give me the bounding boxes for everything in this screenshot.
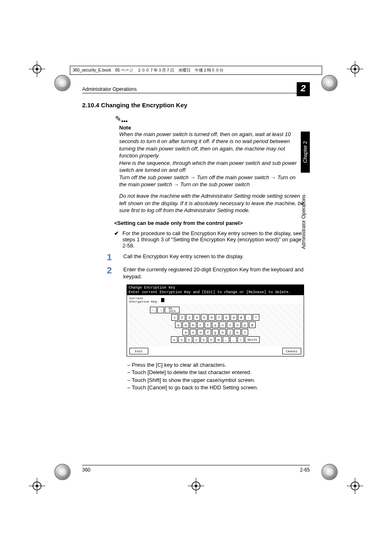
- key-d[interactable]: d: [197, 329, 204, 335]
- key-n[interactable]: n: [208, 336, 214, 343]
- key-@[interactable]: @: [249, 321, 256, 328]
- key-a[interactable]: a: [182, 329, 189, 335]
- key-o[interactable]: o: [234, 321, 241, 328]
- key-,[interactable]: ,: [223, 336, 229, 343]
- key-c[interactable]: c: [186, 336, 192, 343]
- panel-title: Change Encryption Key Enter current Encr…: [127, 285, 304, 296]
- crop-mark-top-left: [29, 61, 45, 77]
- cancel-button[interactable]: Cancel: [282, 348, 301, 354]
- svg-point-19: [195, 485, 197, 487]
- check-paragraph: ✔ For the procedure to call the Encrypti…: [114, 230, 304, 249]
- step-text: Call the Encryption Key entry screen to …: [123, 253, 304, 262]
- step-1: 1 Call the Encryption Key entry screen t…: [82, 253, 304, 262]
- dash-list: – Press the [C] key to clear all charact…: [127, 361, 304, 391]
- key-v[interactable]: v: [193, 336, 200, 343]
- crop-mark-bottom-left: [29, 478, 45, 494]
- rule: [82, 93, 304, 93]
- key-i[interactable]: i: [227, 321, 233, 328]
- step-number: 2: [107, 266, 123, 280]
- encryption-key-panel: Change Encryption Key Enter current Encr…: [127, 284, 304, 357]
- key-2[interactable]: 2: [179, 314, 185, 321]
- key-8[interactable]: 8: [223, 314, 230, 321]
- key-row-3: asdfghjkl: [129, 329, 301, 335]
- key-l[interactable]: l: [242, 329, 248, 335]
- check-icon: ✔: [114, 230, 122, 249]
- step-text: Enter the currently registered 20-digit …: [123, 266, 304, 280]
- key-b[interactable]: b: [201, 336, 207, 343]
- nav-right-key[interactable]: →: [157, 307, 164, 313]
- note-para: Turn off the sub power switch → Turn off…: [119, 174, 304, 188]
- key-t[interactable]: t: [205, 321, 211, 328]
- section-heading: 2.10.4 Changing the Encryption Key: [82, 102, 304, 109]
- wheel-icon: [54, 464, 71, 480]
- crop-mark-top-right: [347, 61, 363, 77]
- key-5[interactable]: 5: [201, 314, 208, 321]
- key-k[interactable]: k: [234, 329, 241, 335]
- svg-point-7: [354, 68, 356, 70]
- svg-point-15: [354, 485, 356, 487]
- note-icon: ✎•••: [115, 114, 304, 125]
- crop-mark-bottom-center: [188, 478, 204, 494]
- key-.[interactable]: .: [230, 336, 237, 343]
- key-6[interactable]: 6: [208, 314, 215, 321]
- wheel-icon: [321, 464, 338, 480]
- wheel-icon: [321, 75, 338, 91]
- key-e[interactable]: e: [190, 321, 196, 328]
- cursor-icon: [161, 298, 164, 302]
- delete-key[interactable]: De- lete: [165, 307, 180, 313]
- key-r[interactable]: r: [197, 321, 204, 328]
- note-para: Here is the sequence, through which the …: [119, 160, 304, 174]
- footer-left: 360: [82, 467, 90, 473]
- nav-left-key[interactable]: ←: [150, 307, 157, 313]
- key-p[interactable]: p: [242, 321, 248, 328]
- key-x[interactable]: x: [178, 336, 185, 343]
- key-h[interactable]: h: [219, 329, 226, 335]
- key-s[interactable]: s: [190, 329, 196, 335]
- key-3[interactable]: 3: [186, 314, 193, 321]
- field-label: Current Encryption Key: [129, 297, 157, 303]
- key--[interactable]: -: [245, 314, 252, 321]
- dash-item: – Press the [C] key to clear all charact…: [127, 361, 304, 369]
- step-2: 2 Enter the currently registered 20-digi…: [82, 266, 304, 280]
- page-content: Administrator Operations 2.10.4 Changing…: [82, 86, 304, 391]
- check-text: For the procedure to call the Encryption…: [122, 230, 304, 249]
- running-head: Administrator Operations: [82, 86, 304, 92]
- crop-mark-bottom-right: [347, 478, 363, 494]
- page-footer: 360 2-65: [82, 465, 310, 473]
- key-7[interactable]: 7: [216, 314, 222, 321]
- key-9[interactable]: 9: [231, 314, 237, 321]
- key-m[interactable]: m: [215, 336, 222, 343]
- key-row-1: 1234567890-^: [129, 314, 301, 321]
- panel-field: Current Encryption Key: [127, 295, 304, 304]
- key-f[interactable]: f: [205, 329, 211, 335]
- svg-point-11: [36, 485, 38, 487]
- key-j[interactable]: j: [227, 329, 233, 335]
- key-row-4: zxcvbnm,./Shift: [129, 336, 301, 343]
- note-para: When the main power switch is turned off…: [119, 131, 304, 160]
- file-header: 360_security_E.book 65 ページ ２００７年３月７日 水曜日…: [70, 66, 322, 75]
- key-row-2: qwertyuiop@: [129, 321, 301, 328]
- dash-item: – Touch [Cancel] to go back to the HDD S…: [127, 384, 304, 391]
- edit-button[interactable]: Edit: [129, 348, 148, 354]
- key-u[interactable]: u: [219, 321, 226, 328]
- wheel-icon: [54, 75, 71, 91]
- key-4[interactable]: 4: [194, 314, 200, 321]
- key-w[interactable]: w: [182, 321, 189, 328]
- key-/[interactable]: /: [238, 336, 244, 343]
- note-label: Note: [119, 125, 304, 131]
- key-g[interactable]: g: [212, 329, 219, 335]
- key-^[interactable]: ^: [253, 314, 259, 321]
- key-z[interactable]: z: [171, 336, 178, 343]
- setting-subhead: <Setting can be made only from the contr…: [114, 220, 304, 226]
- dash-item: – Touch [Shift] to show the upper case/s…: [127, 377, 304, 384]
- panel-keyboard: ← → De- lete 1234567890-^ qwertyuiop@ as…: [127, 304, 304, 346]
- shift-key[interactable]: Shift: [245, 336, 260, 343]
- footer-right: 2-65: [300, 467, 310, 473]
- key-y[interactable]: y: [212, 321, 219, 328]
- key-0[interactable]: 0: [238, 314, 244, 321]
- step-number: 1: [107, 253, 123, 262]
- note-para: Do not leave the machine with the Admini…: [119, 192, 304, 214]
- key-q[interactable]: q: [175, 321, 182, 328]
- key-1[interactable]: 1: [171, 314, 178, 321]
- svg-point-3: [36, 68, 38, 70]
